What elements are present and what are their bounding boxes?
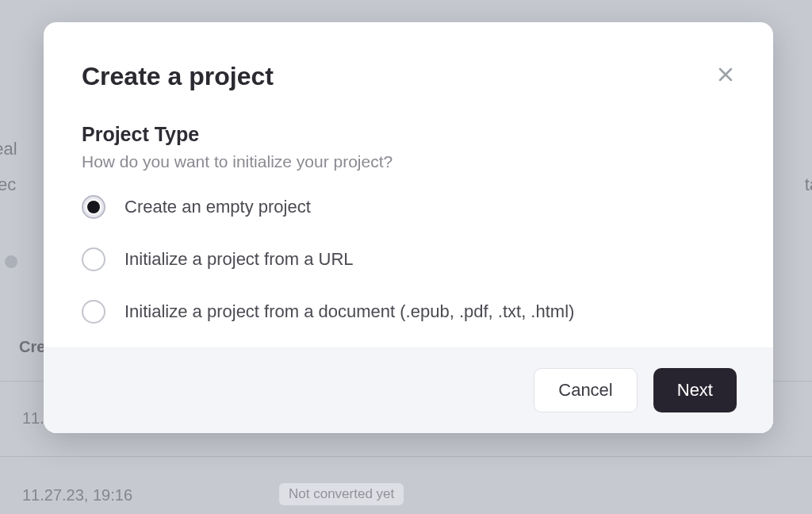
section-subtitle: How do you want to initialize your proje… [82, 152, 735, 171]
radio-option-from-url[interactable]: Initialize a project from a URL [82, 247, 735, 271]
modal-header: Create a project [44, 22, 773, 99]
radio-indicator [82, 195, 105, 219]
table-row-date: 11.27.23, 19:16 [22, 486, 132, 504]
radio-label: Create an empty project [124, 197, 311, 217]
create-project-modal: Create a project Project Type How do you… [44, 22, 773, 433]
info-icon [5, 255, 17, 268]
radio-indicator [82, 247, 105, 271]
radio-option-from-document[interactable]: Initialize a project from a document (.e… [82, 300, 735, 324]
radio-indicator [82, 300, 105, 324]
close-icon [716, 65, 735, 84]
radio-option-empty-project[interactable]: Create an empty project [82, 195, 735, 219]
modal-title: Create a project [82, 62, 274, 91]
radio-group: Create an empty project Initialize a pro… [82, 195, 735, 324]
divider [0, 456, 812, 457]
table-header-cell: Cre [19, 338, 45, 356]
bg-word: tati [805, 175, 812, 195]
cancel-button[interactable]: Cancel [534, 368, 637, 412]
bg-word: ojec [0, 175, 16, 195]
status-badge: Not converted yet [279, 483, 404, 505]
bg-word: deal [0, 139, 17, 159]
next-button[interactable]: Next [653, 368, 737, 412]
close-button[interactable] [716, 65, 735, 87]
modal-footer: Cancel Next [44, 347, 773, 433]
radio-label: Initialize a project from a document (.e… [124, 301, 574, 322]
radio-label: Initialize a project from a URL [124, 249, 354, 270]
project-type-section: Project Type How do you want to initiali… [44, 99, 773, 347]
section-title: Project Type [82, 123, 735, 146]
